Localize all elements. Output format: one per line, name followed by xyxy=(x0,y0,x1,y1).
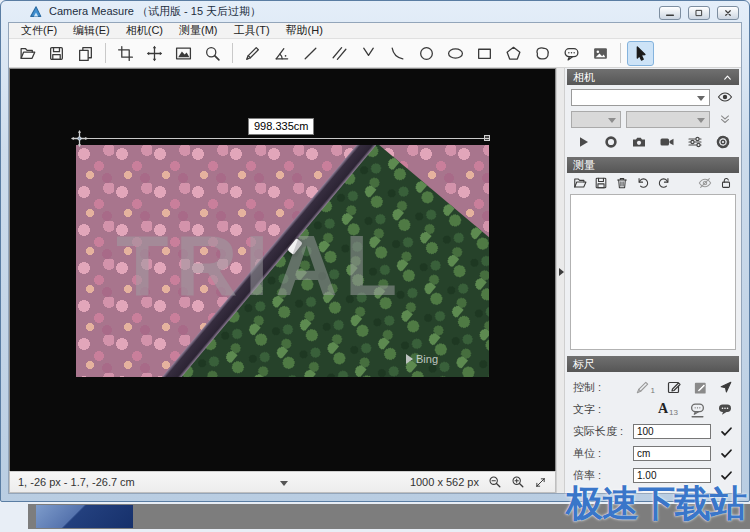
unit-input[interactable] xyxy=(633,446,711,461)
search-tool-button[interactable] xyxy=(199,41,226,66)
font-button[interactable]: A13 xyxy=(658,401,678,417)
preview-eye-button[interactable] xyxy=(715,88,735,106)
circle-tool-button[interactable] xyxy=(413,41,440,66)
statusbar-dropdown-arrow[interactable] xyxy=(280,481,288,490)
chart-tool-button[interactable] xyxy=(170,41,197,66)
select-tool-button[interactable] xyxy=(627,41,654,66)
menu-measure[interactable]: 测量(M) xyxy=(171,23,226,38)
ruler-panel: 标尺 控制 : 1 文字 : A13 xyxy=(567,356,739,491)
actual-length-label: 实际长度 : xyxy=(573,424,633,439)
chart-icon xyxy=(175,45,192,62)
actual-length-input[interactable] xyxy=(633,424,711,439)
measurement-list[interactable] xyxy=(570,194,736,350)
open-measure-button[interactable] xyxy=(573,176,587,190)
camera-panel-header[interactable]: 相机 xyxy=(567,69,739,85)
measure-end-handle[interactable] xyxy=(484,135,490,141)
pencil-tool-button[interactable] xyxy=(239,41,266,66)
redo-measure-button[interactable] xyxy=(657,176,671,190)
trash-measure-button[interactable] xyxy=(615,176,629,190)
pencil-icon xyxy=(635,380,650,395)
copy-icon xyxy=(77,45,94,62)
camera-button[interactable] xyxy=(629,133,649,151)
undo-measure-button[interactable] xyxy=(636,176,650,190)
zoom-in-button[interactable] xyxy=(511,475,525,489)
gear-button[interactable] xyxy=(713,133,733,151)
record-icon xyxy=(603,134,619,150)
open-tool-button[interactable] xyxy=(14,41,41,66)
apply-unit-button[interactable] xyxy=(720,447,733,460)
menu-edit[interactable]: 编辑(E) xyxy=(65,23,118,38)
line-icon xyxy=(302,45,319,62)
image-tool-button[interactable] xyxy=(587,41,614,66)
app-window: Camera Measure （试用版 - 15 天后过期） 文件(F)编辑(E… xyxy=(0,0,750,502)
draw-line-button[interactable]: 1 xyxy=(635,380,655,395)
edit-measure-button[interactable] xyxy=(666,379,682,395)
circle-icon xyxy=(418,45,435,62)
measure-start-handle[interactable] xyxy=(71,130,88,147)
collapse-sidebar-arrow-icon[interactable] xyxy=(559,268,568,276)
play-icon xyxy=(575,134,591,150)
anglelines-tool-button[interactable] xyxy=(355,41,382,66)
menu-camera[interactable]: 相机(C) xyxy=(118,23,171,38)
parallel-tool-button[interactable] xyxy=(326,41,353,66)
rectangle-tool-button[interactable] xyxy=(471,41,498,66)
tune-button[interactable] xyxy=(685,133,705,151)
gallery-thumbnail[interactable] xyxy=(36,505,133,528)
edit-filled-button[interactable] xyxy=(693,380,708,395)
arc-tool-button[interactable] xyxy=(384,41,411,66)
crop-tool-button[interactable] xyxy=(112,41,139,66)
eyeoff-measure-button[interactable] xyxy=(698,176,712,190)
canvas[interactable]: TRIAL Bing 998.335cm xyxy=(9,68,556,471)
maximize-button[interactable] xyxy=(688,6,710,20)
video-icon xyxy=(659,134,675,150)
close-button[interactable] xyxy=(717,6,739,20)
save-measure-button[interactable] xyxy=(594,176,608,190)
comment-tool-button[interactable] xyxy=(558,41,585,66)
fit-view-button[interactable] xyxy=(534,476,547,489)
format-select[interactable] xyxy=(626,111,710,128)
save-icon xyxy=(594,176,608,190)
tune-icon xyxy=(687,134,703,150)
label-style-filled-button[interactable] xyxy=(717,401,733,417)
record-button[interactable] xyxy=(601,133,621,151)
minimize-button[interactable] xyxy=(659,6,681,20)
video-button[interactable] xyxy=(657,133,677,151)
menu-file[interactable]: 文件(F) xyxy=(13,23,65,38)
apply-length-button[interactable] xyxy=(720,425,733,438)
save-icon xyxy=(48,45,65,62)
angle-tool-button[interactable] xyxy=(268,41,295,66)
copy-tool-button[interactable] xyxy=(72,41,99,66)
zoom-out-button[interactable] xyxy=(488,475,502,489)
close-icon xyxy=(722,7,734,19)
move-tool-button[interactable] xyxy=(141,41,168,66)
sidebar-splitter[interactable] xyxy=(556,68,565,493)
save-tool-button[interactable] xyxy=(43,41,70,66)
unit-label: 单位 : xyxy=(573,446,633,461)
menu-help[interactable]: 帮助(H) xyxy=(278,23,331,38)
freeform-tool-button[interactable] xyxy=(529,41,556,66)
pointer-mode-button[interactable] xyxy=(719,380,733,394)
image-size-label: 1000 x 562 px xyxy=(410,476,479,488)
camera-icon xyxy=(631,134,647,150)
ruler-panel-header[interactable]: 标尺 xyxy=(567,356,739,372)
resolution-select[interactable] xyxy=(571,111,621,128)
bing-icon xyxy=(406,354,413,364)
label-style-outline-button[interactable] xyxy=(689,401,706,418)
ellipse-tool-button[interactable] xyxy=(442,41,469,66)
measurement-line[interactable] xyxy=(80,138,489,139)
image-icon xyxy=(592,45,609,62)
polygon-tool-button[interactable] xyxy=(500,41,527,66)
more-options-chevrons-icon[interactable] xyxy=(715,110,735,128)
measure-panel-header[interactable]: 测量 xyxy=(567,157,739,173)
toolbar-separator xyxy=(105,43,106,63)
play-button[interactable] xyxy=(573,133,593,151)
line-tool-button[interactable] xyxy=(297,41,324,66)
angle-icon xyxy=(273,45,290,62)
camera-device-select[interactable] xyxy=(571,89,710,106)
collapse-chevron-icon[interactable] xyxy=(722,72,733,83)
menu-tools[interactable]: 工具(T) xyxy=(226,23,278,38)
unlock-measure-button[interactable] xyxy=(719,176,733,190)
sidebar: 相机 测量 xyxy=(565,68,741,493)
rectangle-icon xyxy=(476,45,493,62)
camera-panel: 相机 xyxy=(567,69,739,154)
